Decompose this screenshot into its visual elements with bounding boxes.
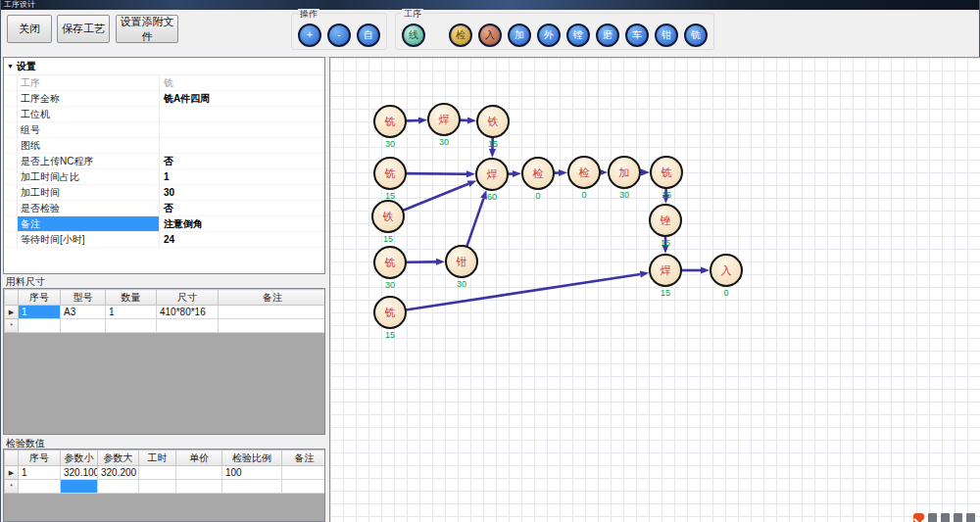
property-value[interactable]: 铣A件四周: [160, 91, 324, 106]
column-header[interactable]: 尺寸: [157, 290, 219, 306]
property-value[interactable]: 否: [160, 154, 324, 168]
property-value[interactable]: 24: [160, 232, 324, 247]
table-cell[interactable]: A3: [61, 306, 106, 319]
table-cell[interactable]: [219, 319, 326, 333]
node-iron[interactable]: 铁15: [477, 106, 509, 149]
process-lathe-button[interactable]: 车: [625, 24, 649, 47]
node-weld[interactable]: 焊30: [428, 104, 460, 147]
save-process-button[interactable]: 保存工艺: [57, 15, 110, 43]
node-iron[interactable]: 铁15: [372, 201, 404, 244]
table-cell[interactable]: [176, 466, 222, 480]
column-header[interactable]: 备注: [219, 290, 326, 306]
column-header[interactable]: 参数大: [98, 451, 139, 466]
table-cell[interactable]: [61, 319, 106, 333]
node-mill[interactable]: 铣15: [374, 297, 406, 340]
property-value[interactable]: [160, 138, 324, 153]
property-value[interactable]: 30: [160, 185, 324, 200]
node-inspect[interactable]: 检0: [522, 158, 554, 201]
table-cell[interactable]: 1: [106, 306, 157, 319]
process-inspect-button[interactable]: 检: [449, 24, 472, 47]
property-row[interactable]: 加工时间30: [4, 185, 324, 201]
node-file[interactable]: 锉15: [650, 205, 681, 248]
table-cell[interactable]: [219, 306, 326, 319]
node-label: 焊: [487, 168, 498, 180]
op-plus-button[interactable]: +: [298, 24, 321, 47]
table-cell[interactable]: [222, 480, 282, 494]
property-row[interactable]: 组号: [4, 122, 324, 138]
property-row[interactable]: 工序全称铣A件四周: [4, 91, 324, 107]
column-header[interactable]: 型号: [61, 290, 106, 306]
property-row[interactable]: 是否检验否: [4, 201, 324, 216]
process-grind-button[interactable]: 磨: [596, 24, 619, 47]
table-cell[interactable]: [176, 480, 222, 494]
table-cell[interactable]: [61, 480, 98, 494]
node-mill[interactable]: 铣15: [651, 157, 682, 200]
node-store-in[interactable]: 入0: [710, 255, 742, 298]
process-boring-button[interactable]: 镗: [566, 24, 590, 47]
property-row[interactable]: 是否上传NC程序否: [4, 154, 324, 169]
property-row[interactable]: 工位机: [4, 107, 324, 122]
table-cell[interactable]: [282, 480, 326, 494]
table-cell[interactable]: 410*80*16: [157, 306, 219, 319]
op-auto-button[interactable]: 自: [357, 24, 380, 47]
table-cell[interactable]: 1: [19, 306, 61, 319]
close-button[interactable]: 关闭: [7, 15, 52, 43]
property-row[interactable]: 等待时间[小时]24: [4, 232, 324, 248]
property-row[interactable]: 工序铣: [4, 75, 324, 91]
row-selector[interactable]: ▶: [5, 306, 19, 319]
window-title-bar[interactable]: 工序设计: [1, 0, 979, 10]
column-header[interactable]: 单价: [176, 451, 222, 466]
edge: [406, 274, 640, 310]
process-line-button[interactable]: 线: [402, 24, 425, 47]
column-header[interactable]: 检验比例: [222, 451, 282, 466]
node-mill[interactable]: 铣15: [374, 158, 406, 201]
table-cell[interactable]: [139, 480, 176, 494]
row-selector[interactable]: *: [5, 480, 19, 494]
property-value[interactable]: [160, 122, 324, 137]
property-value[interactable]: 1: [160, 169, 324, 184]
table-cell[interactable]: [19, 480, 61, 494]
table-cell[interactable]: [106, 319, 157, 333]
property-value[interactable]: 铣: [160, 75, 324, 90]
op-minus-button[interactable]: -: [327, 24, 351, 47]
process-outsource-button[interactable]: 外: [537, 24, 561, 47]
row-selector[interactable]: ▶: [5, 466, 19, 480]
process-diagram-canvas[interactable]: 铣30焊30铁15铣15焊60检0检0加30铣15锉15铁15铣30钳30焊15…: [329, 57, 980, 522]
node-mill[interactable]: 铣30: [374, 106, 406, 149]
property-row[interactable]: 备注注意倒角: [4, 216, 324, 232]
column-header[interactable]: 备注: [282, 451, 326, 466]
node-inspect[interactable]: 检0: [568, 157, 600, 200]
set-attachment-button[interactable]: 设置添附文件: [116, 15, 178, 43]
column-header[interactable]: 序号: [19, 290, 61, 306]
settings-category-header[interactable]: ▼设置: [4, 58, 324, 75]
node-weld[interactable]: 焊15: [650, 255, 681, 298]
table-cell[interactable]: [282, 466, 326, 480]
property-row[interactable]: 加工时间占比1: [4, 169, 324, 185]
table-cell[interactable]: [157, 319, 219, 333]
table-cell[interactable]: 320.200: [98, 466, 139, 480]
table-cell[interactable]: [98, 480, 139, 494]
table-cell[interactable]: [139, 466, 176, 480]
column-header[interactable]: 工时: [139, 451, 176, 466]
process-store-in-button[interactable]: 入: [478, 24, 502, 47]
column-header[interactable]: 参数小: [61, 451, 98, 466]
table-cell[interactable]: 320.100: [61, 466, 98, 480]
process-fitter-button[interactable]: 钳: [655, 24, 678, 47]
table-cell[interactable]: 1: [19, 466, 61, 480]
table-cell[interactable]: 100: [222, 466, 282, 480]
property-row[interactable]: 图纸: [4, 138, 324, 154]
node-weld[interactable]: 焊60: [476, 159, 508, 202]
node-label: 加: [619, 166, 630, 178]
column-header[interactable]: 序号: [19, 451, 61, 466]
node-fitter[interactable]: 钳30: [446, 246, 477, 289]
column-header[interactable]: 数量: [106, 290, 157, 306]
node-mill[interactable]: 铣30: [374, 247, 406, 290]
property-value[interactable]: 否: [160, 201, 324, 215]
row-selector[interactable]: *: [5, 319, 19, 333]
property-value[interactable]: 注意倒角: [160, 216, 324, 231]
property-value[interactable]: [160, 107, 324, 121]
process-machine-button[interactable]: 加: [508, 24, 531, 47]
node-machine[interactable]: 加30: [609, 157, 640, 200]
table-cell[interactable]: [19, 319, 61, 333]
process-mill-button[interactable]: 铣: [684, 24, 708, 47]
